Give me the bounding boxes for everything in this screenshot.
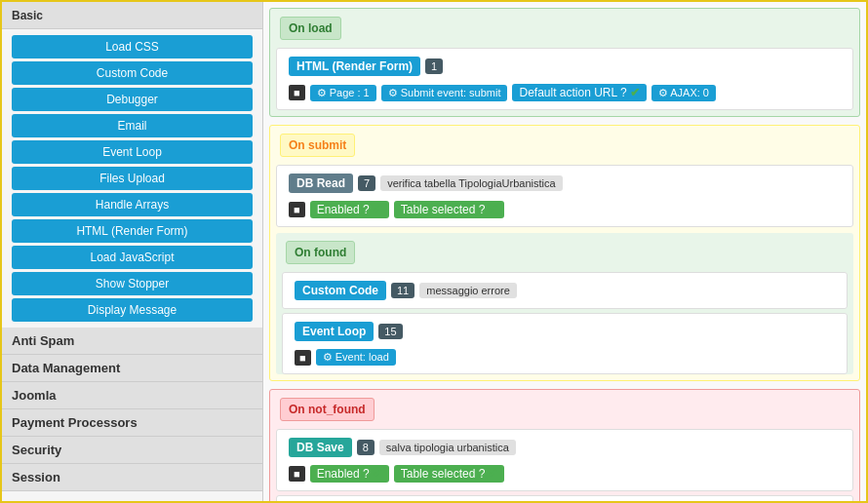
db-read-title: DB Read	[289, 174, 353, 193]
display-message-row: Display Message 12 messaggio	[281, 500, 848, 501]
puzzle-icon-3: ■	[295, 350, 311, 366]
html-render-form-title: HTML (Render Form)	[289, 57, 420, 76]
btn-show-stopper[interactable]: Show Stopper	[12, 272, 253, 295]
default-action-pill[interactable]: Default action URL ? ✔	[512, 84, 646, 101]
onnotfound-section: On not_found DB Save 8 salva tipologia u…	[269, 389, 860, 501]
onfound-header: On found	[286, 241, 355, 264]
puzzle-icon-4: ■	[289, 466, 305, 482]
onnotfound-header: On not_found	[280, 398, 375, 421]
btn-custom-code[interactable]: Custom Code	[12, 61, 253, 85]
db-save-badge: 8	[357, 440, 375, 455]
ajax-pill[interactable]: ⚙ AJAX: 0	[651, 85, 716, 101]
table-selected-label: Table selected ?	[401, 203, 486, 216]
html-render-form-row: HTML (Render Form) 1	[281, 53, 848, 80]
check-icon-1: ✔	[630, 86, 640, 99]
custom-code-badge: 11	[391, 283, 414, 298]
db-save-row: DB Save 8 salva tipologia urbanistica	[281, 434, 848, 461]
check-icon-2: ✔	[373, 203, 382, 216]
event-loop-badge: 15	[378, 324, 402, 339]
btn-display-message[interactable]: Display Message	[12, 298, 253, 322]
check-icon-4: ✔	[373, 467, 382, 481]
enabled-pill-2[interactable]: Enabled ? ✔	[310, 465, 389, 483]
sidebar-anti-spam[interactable]: Anti Spam	[2, 328, 262, 355]
check-icon-3: ✔	[488, 203, 497, 216]
event-load-pill[interactable]: ⚙ Event: load	[316, 349, 396, 366]
event-loop-props: ■ ⚙ Event: load	[287, 345, 843, 369]
sidebar-payment-processors[interactable]: Payment Processors	[2, 409, 262, 437]
onload-header: On load	[280, 17, 341, 40]
table-selected-label-2: Table selected ?	[401, 467, 486, 481]
sidebar-joomla[interactable]: Joomla	[2, 382, 262, 409]
custom-code-desc: messaggio errore	[419, 283, 517, 298]
btn-email[interactable]: Email	[12, 114, 253, 137]
sidebar-session[interactable]: Session	[2, 464, 262, 491]
custom-code-row: Custom Code 11 messaggio errore	[287, 277, 843, 304]
sidebar-data-management[interactable]: Data Management	[2, 355, 262, 382]
sidebar-basic-header[interactable]: Basic	[2, 2, 262, 29]
btn-handle-arrays[interactable]: Handle Arrays	[12, 193, 253, 216]
puzzle-icon-1: ■	[289, 85, 305, 100]
default-action-label: Default action URL ?	[519, 86, 626, 99]
enabled-label-2: Enabled ?	[317, 467, 370, 481]
html-render-form-badge: 1	[425, 58, 443, 74]
submit-event-pill[interactable]: ⚙ Submit event: submit	[381, 85, 508, 101]
sidebar-security[interactable]: Security	[2, 437, 262, 464]
event-loop-title: Event Loop	[295, 322, 374, 341]
db-read-props: ■ Enabled ? ✔ Table selected ? ✔	[281, 197, 848, 222]
onfound-section: On found Custom Code 11 messaggio errore…	[276, 233, 853, 374]
btn-load-javascript[interactable]: Load JavaScript	[12, 246, 253, 269]
onsubmit-section: On submit DB Read 7 verifica tabella Tip…	[269, 125, 860, 381]
btn-debugger[interactable]: Debugger	[12, 88, 253, 111]
sidebar: Basic Load CSS Custom Code Debugger Emai…	[2, 2, 263, 501]
db-save-title: DB Save	[289, 438, 352, 457]
db-read-badge: 7	[358, 175, 375, 191]
table-selected-pill-2[interactable]: Table selected ? ✔	[394, 465, 505, 483]
onsubmit-header: On submit	[280, 134, 355, 157]
db-read-row: DB Read 7 verifica tabella TipologiaUrba…	[281, 170, 848, 197]
main-area: On load HTML (Render Form) 1 ■ ⚙ Page : …	[263, 2, 866, 501]
check-icon-5: ✔	[488, 467, 497, 481]
event-loop-row: Event Loop 15	[287, 318, 843, 345]
btn-event-loop[interactable]: Event Loop	[12, 140, 253, 164]
btn-html-render-form[interactable]: HTML (Render Form)	[12, 219, 253, 243]
enabled-label: Enabled ?	[317, 203, 370, 216]
enabled-pill[interactable]: Enabled ? ✔	[310, 201, 389, 218]
custom-code-title: Custom Code	[295, 281, 386, 300]
page-pill[interactable]: ⚙ Page : 1	[310, 85, 376, 101]
btn-load-css[interactable]: Load CSS	[12, 35, 253, 58]
btn-files-upload[interactable]: Files Upload	[12, 167, 253, 190]
db-save-props: ■ Enabled ? ✔ Table selected ? ✔	[281, 461, 848, 486]
puzzle-icon-2: ■	[289, 202, 305, 217]
table-selected-pill[interactable]: Table selected ? ✔	[394, 201, 505, 218]
html-render-form-props: ■ ⚙ Page : 1 ⚙ Submit event: submit Defa…	[281, 80, 848, 105]
basic-label: Basic	[12, 9, 43, 22]
sidebar-basic-buttons: Load CSS Custom Code Debugger Email Even…	[2, 29, 262, 328]
db-save-desc: salva tipologia urbanistica	[379, 440, 516, 455]
db-read-desc: verifica tabella TipologiaUrbanistica	[380, 175, 562, 191]
onload-section: On load HTML (Render Form) 1 ■ ⚙ Page : …	[269, 8, 860, 117]
